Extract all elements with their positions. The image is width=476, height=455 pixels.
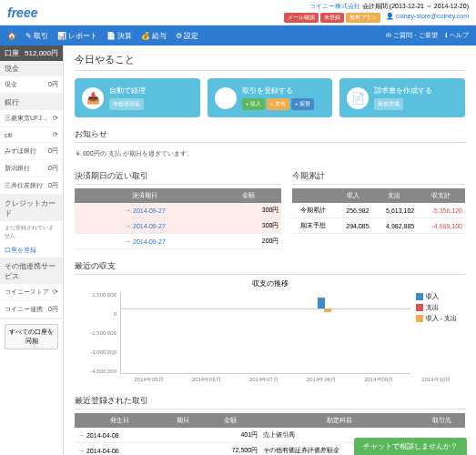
- sidebar-card-note: まだ登録されていません: [0, 221, 63, 243]
- chart-yaxis: 1,500,000 0 -1,500,000 -3,000,000 -4,500…: [75, 292, 120, 374]
- sidebar-item[interactable]: みずほ銀行0円: [0, 143, 63, 160]
- period-text: 会計期間 (2013-12-21 ～ 2014-12-20): [362, 3, 469, 9]
- badge-plan[interactable]: 無料プラン: [346, 13, 380, 23]
- sidebar-card-title: クレジットカード: [0, 196, 63, 221]
- user-email[interactable]: 👤 coiney-store@coiney.com: [386, 13, 469, 23]
- income-button[interactable]: + 収入: [242, 98, 265, 110]
- pen-icon: ✎: [215, 87, 237, 109]
- nav-payroll[interactable]: 💰 給与: [141, 31, 167, 41]
- inbox-icon: 📥: [82, 87, 104, 109]
- transfer-button[interactable]: + 振替: [291, 98, 314, 110]
- page-title: 今日やること: [75, 53, 465, 71]
- sidebar-item[interactable]: citi⟳: [0, 127, 63, 143]
- card-auto-accounting[interactable]: 📥 自動で経理 未処理項目: [75, 78, 200, 117]
- table-row[interactable]: → 2014-09-27200円: [75, 234, 281, 249]
- badge-unregistered[interactable]: 未登録: [320, 13, 344, 23]
- expense-button[interactable]: + 支出: [267, 98, 289, 110]
- sidebar-item[interactable]: 三井住友銀行0円: [0, 177, 63, 195]
- summary-title: 今期累計: [292, 170, 465, 185]
- nav-settings[interactable]: ⚙ 設定: [176, 31, 198, 41]
- new-invoice-button[interactable]: 新規作成: [374, 98, 403, 110]
- pending-table: 決済期日金額 → 2014-09-27300円 → 2014-09-27300円…: [75, 188, 281, 249]
- company-link[interactable]: コイニー株式会社: [309, 3, 360, 9]
- sidebar-item[interactable]: コイニー連携0円: [0, 301, 63, 318]
- sidebar-accounts-header: 口座 512,000円: [0, 46, 63, 61]
- table-row[interactable]: → 2014-09-27300円: [75, 218, 281, 234]
- pending-title: 決済期日の近い取引: [75, 170, 281, 185]
- nav-reports[interactable]: 📊 レポート: [57, 31, 97, 41]
- chart-title: 収支の推移: [75, 278, 465, 288]
- summary-table: 収入支出収支計 今期累計256,9825,613,102-5,356,120 期…: [292, 188, 465, 234]
- chart-plot: [120, 292, 410, 374]
- sidebar-item[interactable]: 現金0円: [0, 76, 63, 94]
- nav-closing[interactable]: 📄 決算: [106, 31, 132, 41]
- badge-mail[interactable]: メール確認: [284, 13, 319, 23]
- balance-title: 最近の収支: [75, 260, 465, 275]
- sidebar-bank-title: 銀行: [0, 95, 63, 110]
- nav-help[interactable]: ℹ ヘルプ: [445, 31, 469, 40]
- chart-xaxis: 2014年05月 2014年06月 2014年07月 2014年08月 2014…: [120, 376, 465, 384]
- notice-title: お知らせ: [75, 128, 465, 143]
- notice-text: ￥ 800円の 支払 が期日を過ぎています。: [75, 147, 465, 161]
- nav-transactions[interactable]: ✎ 取引: [25, 31, 48, 41]
- table-row: 期末予想294,0854,982,885-4,688,100: [292, 218, 465, 234]
- logo[interactable]: freee: [7, 5, 37, 20]
- nav-question[interactable]: ✉ ご質問・ご要望: [386, 31, 438, 40]
- sidebar-item[interactable]: 三菱東京UFJ（法…⟳: [0, 110, 63, 127]
- table-row[interactable]: → 2014-09-27300円: [75, 203, 281, 218]
- sync-all-button[interactable]: すべての口座を同期: [5, 324, 58, 349]
- recent-title: 最近登録された取引: [75, 395, 465, 410]
- chat-button[interactable]: チャットで相談しませんか？: [354, 438, 467, 455]
- chart-legend: 収入 支出 収入 - 支出: [410, 292, 465, 374]
- card-register-transaction[interactable]: ✎ 取引を登録する + 収入 + 支出 + 振替: [208, 78, 333, 117]
- sidebar-cash-title: 現金: [0, 61, 63, 76]
- card-create-invoice[interactable]: 📄 請求書を作成する 新規作成: [339, 78, 465, 117]
- sidebar-other-title: その他連携サービス: [0, 258, 63, 284]
- sidebar-item[interactable]: 新潟銀行0円: [0, 160, 63, 177]
- sidebar-item[interactable]: コイニーストア⟳: [0, 284, 63, 301]
- sidebar-card-register-link[interactable]: 口座を登録: [5, 247, 36, 253]
- table-row: 今期累計256,9825,613,102-5,356,120: [292, 203, 465, 218]
- nav-home[interactable]: 🏠: [7, 31, 16, 41]
- document-icon: 📄: [347, 87, 369, 109]
